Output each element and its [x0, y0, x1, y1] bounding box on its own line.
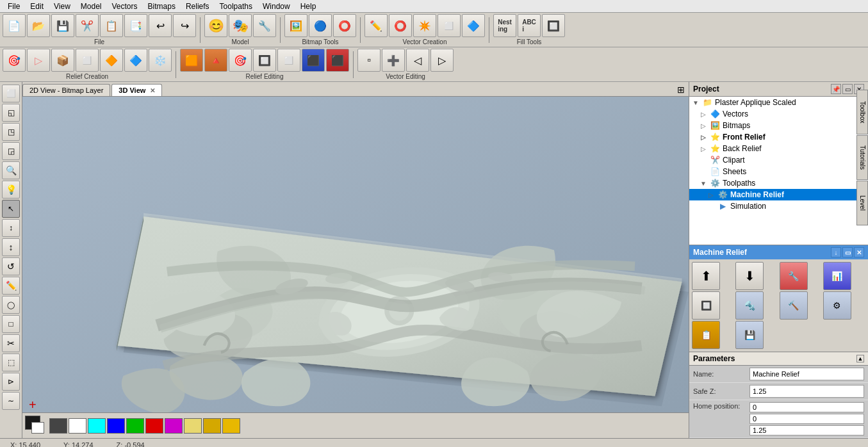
tree-bitmaps[interactable]: ▷ 🖼️ Bitmaps [689, 120, 868, 131]
bitmap-btn2[interactable]: 🔵 [309, 14, 332, 37]
re-btn1[interactable]: 🟧 [180, 49, 203, 72]
rc-btn4[interactable]: ◻️ [76, 49, 99, 72]
vec-btn2[interactable]: ⭕ [389, 14, 412, 37]
tree-clipart[interactable]: · ✂️ Clipart [689, 154, 868, 166]
panel-pin-btn[interactable]: 📌 [831, 84, 841, 94]
rc-btn6[interactable]: 🔷 [124, 49, 147, 72]
model-btn1[interactable]: 😊 [204, 14, 227, 37]
rc-btn1[interactable]: 🎯 [3, 49, 26, 72]
model-btn2[interactable]: 🎭 [229, 14, 252, 37]
mr-float-btn[interactable]: ▭ [842, 247, 853, 257]
rc-btn2[interactable]: ▷ [27, 49, 50, 72]
color-swatch-gold[interactable] [203, 418, 221, 434]
color-swatch-white[interactable] [69, 418, 86, 434]
re-btn4[interactable]: 🔲 [253, 49, 276, 72]
mr-tool-btn5[interactable]: 🔨 [780, 291, 808, 320]
mr-tool-btn2[interactable]: 📊 [823, 262, 851, 290]
bitmap-btn3[interactable]: ⭕ [333, 14, 356, 37]
mr-tool-btn6[interactable]: ⚙ [823, 291, 851, 320]
pencil-btn[interactable]: ✏️ [2, 277, 20, 295]
params-up-btn[interactable]: ▲ [856, 355, 864, 362]
mr-tool-btn4[interactable]: 🔩 [735, 291, 764, 320]
toolbox-tab[interactable]: Toolbox [856, 90, 868, 134]
nesting-btn[interactable]: Nesting [493, 14, 516, 37]
mr-tool-btn3[interactable]: 🔲 [692, 291, 720, 320]
safez-input[interactable] [749, 385, 864, 398]
rotate-btn[interactable]: ↺ [2, 257, 20, 275]
color-swatch-magenta[interactable] [165, 418, 183, 434]
fill-btn1[interactable]: 🔲 [542, 14, 565, 37]
color-selector[interactable] [25, 416, 48, 436]
ve-btn4[interactable]: ▷ [430, 49, 454, 72]
mr-down-btn[interactable]: ⬇ [735, 262, 764, 290]
color-swatch-orange[interactable] [222, 418, 240, 434]
level-tab[interactable]: Level [856, 181, 868, 225]
tree-toolpaths[interactable]: ▼ ⚙️ Toolpaths [689, 177, 868, 189]
cut-btn[interactable]: ✂️ [76, 14, 99, 37]
copy-btn[interactable]: 📋 [100, 14, 123, 37]
menu-view[interactable]: View [49, 1, 76, 12]
scale-up-btn[interactable]: ↕ [2, 238, 20, 256]
circle-draw-btn[interactable]: ◯ [2, 296, 20, 314]
maximize-viewport-btn[interactable]: ⊞ [673, 83, 689, 96]
redo-btn[interactable]: ↪ [173, 14, 196, 37]
front-view-btn[interactable]: ◳ [2, 123, 20, 141]
ve-btn2[interactable]: ➕ [382, 49, 405, 72]
zoom-in-btn[interactable]: 🔍 [2, 161, 20, 179]
panel-float-btn[interactable]: ▭ [842, 84, 853, 94]
re-btn5[interactable]: ◻️ [277, 49, 300, 72]
paste-btn[interactable]: 📑 [124, 14, 147, 37]
rect-draw-btn[interactable]: □ [2, 315, 20, 333]
vec-btn3[interactable]: ✴️ [413, 14, 436, 37]
color-swatch-blue[interactable] [107, 418, 125, 434]
rc-btn3[interactable]: 📦 [51, 49, 74, 72]
color-swatch-green[interactable] [126, 418, 144, 434]
menu-reliefs[interactable]: Reliefs [181, 1, 215, 12]
menu-bitmaps[interactable]: Bitmaps [143, 1, 181, 12]
mr-save-btn[interactable]: ↓ [831, 247, 841, 257]
re-btn7[interactable]: ⬛ [326, 49, 349, 72]
mr-up-btn[interactable]: ⬆ [692, 262, 720, 290]
tree-front-relief[interactable]: ▷ ⭐ Front Relief [689, 131, 868, 143]
tree-root[interactable]: ▼ 📁 Plaster Applique Scaled [689, 97, 868, 108]
home-z-input[interactable] [749, 425, 864, 435]
tree-vectors[interactable]: ▷ 🔷 Vectors [689, 108, 868, 120]
tree-back-relief[interactable]: ▷ ⭐ Back Relief [689, 143, 868, 154]
tab-3d-view[interactable]: 3D View ✕ [111, 84, 162, 96]
menu-vectors[interactable]: Vectors [107, 1, 143, 12]
tab-2d-bitmap[interactable]: 2D View - Bitmap Layer [22, 84, 110, 96]
color-swatch-red[interactable] [145, 418, 163, 434]
rc-btn5[interactable]: 🔶 [100, 49, 123, 72]
new-file-btn[interactable]: 📄 [3, 14, 26, 37]
open-file-btn[interactable]: 📂 [27, 14, 50, 37]
tutorials-tab[interactable]: Tutorials [856, 135, 868, 180]
re-btn2[interactable]: 🔺 [204, 49, 227, 72]
rc-btn7[interactable]: ❄️ [149, 49, 172, 72]
tab-close-btn[interactable]: ✕ [150, 87, 155, 94]
vec-btn5[interactable]: 🔷 [462, 14, 485, 37]
color-swatch-dark[interactable] [49, 418, 67, 434]
model-btn3[interactable]: 🔧 [253, 14, 276, 37]
menu-model[interactable]: Model [76, 1, 107, 12]
mr-tool-btn7[interactable]: 📋 [692, 321, 720, 349]
menu-edit[interactable]: Edit [25, 1, 49, 12]
tree-machine-relief[interactable]: ▷ ⚙️ Machine Relief [689, 189, 868, 200]
3d-view[interactable]: + [22, 97, 689, 412]
3d-box-view-btn[interactable]: ⬜ [2, 85, 20, 102]
ve-btn1[interactable]: ▫️ [357, 49, 381, 72]
undo-btn[interactable]: ↩ [149, 14, 172, 37]
mr-tool-btn1[interactable]: 🔧 [780, 262, 808, 290]
tree-sheets[interactable]: · 📄 Sheets [689, 166, 868, 177]
vec-btn4[interactable]: ◻️ [438, 14, 461, 37]
re-btn6[interactable]: ⬛ [302, 49, 325, 72]
tree-simulation[interactable]: · ▶ Simulation [689, 200, 868, 212]
menu-help[interactable]: Help [295, 1, 322, 12]
menu-toolpaths[interactable]: Toolpaths [215, 1, 258, 12]
bitmap-btn1[interactable]: 🖼️ [284, 14, 307, 37]
frame-btn[interactable]: ⬚ [2, 354, 20, 371]
home-y-input[interactable] [749, 414, 864, 424]
color-swatch-yellow-light[interactable] [184, 418, 202, 434]
abci-btn[interactable]: ABCi [518, 14, 541, 37]
menu-file[interactable]: File [3, 1, 25, 12]
home-x-input[interactable] [749, 402, 864, 412]
